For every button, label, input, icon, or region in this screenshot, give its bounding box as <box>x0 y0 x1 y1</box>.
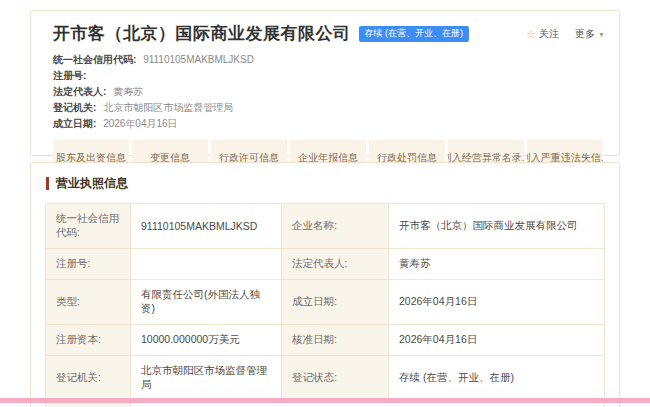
info-line-credit-code: 统一社会信用代码: 91110105MAKBMLJKSD <box>53 52 603 68</box>
follow-button[interactable]: ☆ 关注 <box>526 27 559 41</box>
info-label: 法定代表人: <box>53 86 106 97</box>
table-row: 注册资本: 10000.000000万美元 核准日期: 2026年04月16日 <box>46 325 605 356</box>
table-row: 类型: 有限责任公司(外国法人独资) 成立日期: 2026年04月16日 <box>46 280 605 325</box>
cell-label-approval-date: 核准日期: <box>282 325 389 356</box>
bottom-highlight-line <box>0 398 650 403</box>
company-header-card: 开市客（北京）国际商业发展有限公司 存续 (在营、开业、在册) ☆ 关注 更多 … <box>30 10 620 156</box>
cell-label-legal-rep: 法定代表人: <box>282 249 389 280</box>
header-actions: ☆ 关注 更多 ▼ <box>526 27 605 41</box>
info-label: 登记机关: <box>53 102 96 113</box>
license-table: 统一社会信用代码: 91110105MAKBMLJKSD 企业名称: 开市客（北… <box>45 203 605 407</box>
cell-label-capital: 注册资本: <box>46 325 131 356</box>
info-value: 黄寿苏 <box>113 86 143 97</box>
cell-label-reg-authority: 登记机关: <box>46 356 131 401</box>
info-line-reg-number: 注册号: <box>53 68 603 84</box>
company-info-lines: 统一社会信用代码: 91110105MAKBMLJKSD 注册号: 法定代表人:… <box>53 52 603 132</box>
company-name: 开市客（北京）国际商业发展有限公司 <box>53 22 351 45</box>
info-label: 注册号: <box>53 70 86 81</box>
cell-label-establish-date: 成立日期: <box>282 280 389 325</box>
info-label: 成立日期: <box>53 118 96 129</box>
status-badge: 存续 (在营、开业、在册) <box>359 26 470 42</box>
cell-label-credit-code: 统一社会信用代码: <box>46 204 131 249</box>
star-icon: ☆ <box>526 28 536 41</box>
section-title-text: 营业执照信息 <box>56 175 128 192</box>
cell-label-type: 类型: <box>46 280 131 325</box>
business-license-card: 营业执照信息 统一社会信用代码: 91110105MAKBMLJKSD 企业名称… <box>30 162 620 407</box>
cell-value-reg-authority: 北京市朝阳区市场监督管理局 <box>131 356 282 401</box>
table-row: 统一社会信用代码: 91110105MAKBMLJKSD 企业名称: 开市客（北… <box>46 204 605 249</box>
cell-label-reg-number: 注册号: <box>46 249 131 280</box>
follow-label: 关注 <box>539 27 559 41</box>
cell-value-establish-date: 2026年04月16日 <box>389 280 605 325</box>
cell-value-reg-number <box>131 249 282 280</box>
caret-down-icon: ▼ <box>598 31 605 38</box>
info-line-legal-rep: 法定代表人: 黄寿苏 <box>53 84 603 100</box>
table-row: 登记机关: 北京市朝阳区市场监督管理局 登记状态: 存续 (在营、开业、在册) <box>46 356 605 401</box>
section-title-bar <box>46 177 49 190</box>
info-line-reg-authority: 登记机关: 北京市朝阳区市场监督管理局 <box>53 100 603 116</box>
more-label: 更多 <box>575 27 595 41</box>
cell-value-approval-date: 2026年04月16日 <box>389 325 605 356</box>
info-label: 统一社会信用代码: <box>53 54 136 65</box>
cell-value-credit-code: 91110105MAKBMLJKSD <box>131 204 282 249</box>
table-row: 注册号: 法定代表人: 黄寿苏 <box>46 249 605 280</box>
cell-value-company-name: 开市客（北京）国际商业发展有限公司 <box>389 204 605 249</box>
info-value: 北京市朝阳区市场监督管理局 <box>103 102 233 113</box>
more-button[interactable]: 更多 ▼ <box>575 27 605 41</box>
info-line-establish-date: 成立日期: 2026年04月16日 <box>53 116 603 132</box>
cell-label-reg-status: 登记状态: <box>282 356 389 401</box>
section-title: 营业执照信息 <box>46 175 605 192</box>
cell-value-reg-status: 存续 (在营、开业、在册) <box>389 356 605 401</box>
cell-value-legal-rep: 黄寿苏 <box>389 249 605 280</box>
cell-value-type: 有限责任公司(外国法人独资) <box>131 280 282 325</box>
info-value: 2026年04月16日 <box>103 118 178 129</box>
title-row: 开市客（北京）国际商业发展有限公司 存续 (在营、开业、在册) <box>53 22 603 45</box>
info-value: 91110105MAKBMLJKSD <box>143 54 254 65</box>
cell-label-company-name: 企业名称: <box>282 204 389 249</box>
cell-value-capital: 10000.000000万美元 <box>131 325 282 356</box>
